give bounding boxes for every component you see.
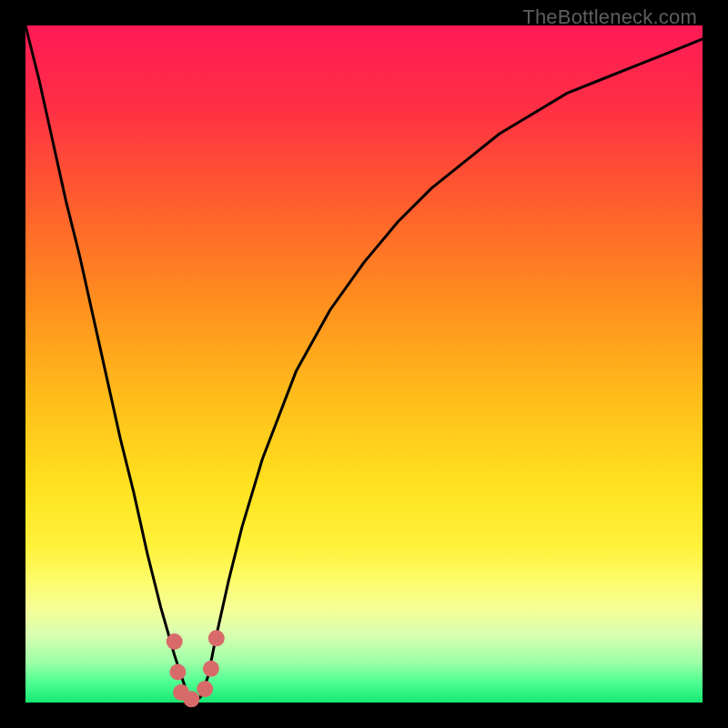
curve-marker <box>167 633 183 650</box>
chart-frame: TheBottleneck.com <box>0 0 728 728</box>
curve-marker <box>197 681 213 697</box>
curve-marker <box>208 630 225 646</box>
watermark-text: TheBottleneck.com <box>522 5 697 29</box>
bottleneck-curve <box>25 25 703 703</box>
plot-area <box>25 25 703 703</box>
curve-marker <box>169 664 186 681</box>
curve-marker <box>203 661 219 677</box>
curve-marker <box>183 691 199 707</box>
